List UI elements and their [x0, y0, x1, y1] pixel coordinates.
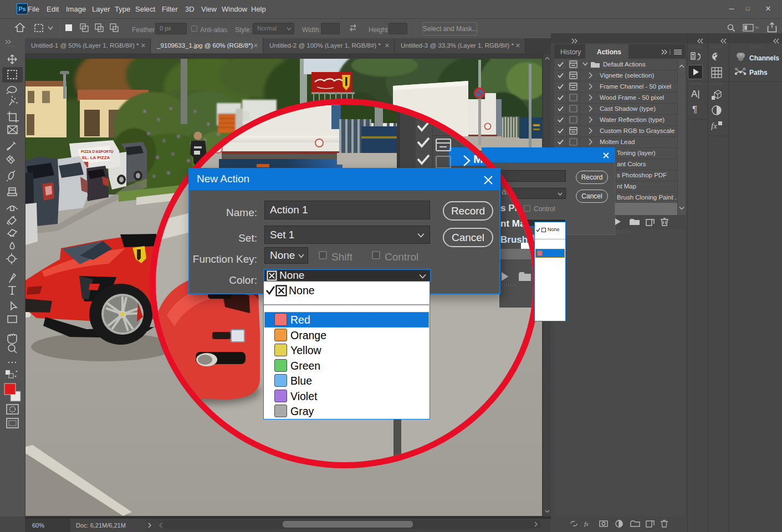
- svg-text:PIZZA D'ASPORTO: PIZZA D'ASPORTO: [81, 150, 114, 154]
- svg-text:EL. LA PIZZA: EL. LA PIZZA: [82, 155, 110, 160]
- svg-text:fx: fx: [711, 121, 717, 130]
- svg-text:fx: fx: [584, 520, 589, 527]
